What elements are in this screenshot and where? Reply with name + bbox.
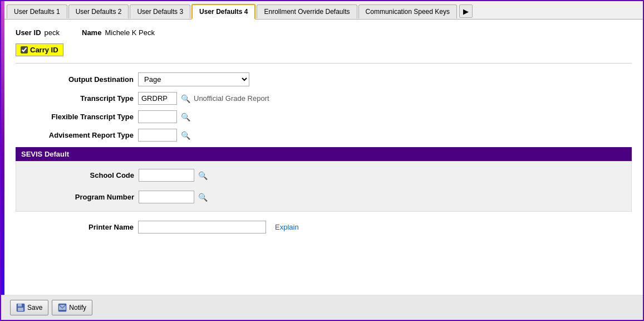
tab-communication-speed-keys[interactable]: Communication Speed Keys [358, 4, 457, 18]
svg-rect-1 [18, 304, 22, 307]
program-number-row: Program Number 🔍 [16, 188, 631, 206]
advisement-report-type-input[interactable] [138, 129, 177, 142]
printer-name-input[interactable] [138, 221, 266, 234]
carry-id-badge: Carry ID [16, 43, 63, 56]
output-destination-label: Output Destination [16, 75, 138, 84]
save-button[interactable]: Save [10, 300, 48, 315]
printer-name-control: Explain [138, 221, 299, 234]
notify-button-label: Notify [69, 304, 86, 312]
user-id-label: User ID [16, 28, 41, 37]
flexible-transcript-type-search-icon[interactable]: 🔍 [180, 112, 190, 122]
tab-user-defaults-1[interactable]: User Defaults 1 [7, 4, 67, 18]
user-id-item: User ID peck [16, 28, 60, 37]
divider [16, 63, 632, 64]
main-content: User ID peck Name Michele K Peck Carry I… [4, 20, 643, 251]
name-value: Michele K Peck [105, 28, 155, 37]
school-code-input[interactable] [139, 169, 194, 182]
flexible-transcript-type-row: Flexible Transcript Type 🔍 [16, 110, 632, 123]
tab-bar: User Defaults 1 User Defaults 2 User Def… [4, 1, 643, 20]
printer-name-row: Printer Name Explain [16, 221, 632, 234]
explain-link[interactable]: Explain [275, 223, 299, 231]
tab-enrollment-override[interactable]: Enrollment Override Defaults [257, 4, 357, 18]
printer-name-label: Printer Name [16, 223, 138, 231]
tab-scroll-arrow[interactable]: ▶ [459, 4, 473, 18]
name-item: Name Michele K Peck [82, 28, 155, 37]
transcript-type-description: Unofficial Grade Report [194, 94, 269, 103]
flexible-transcript-type-control: 🔍 [138, 110, 190, 123]
advisement-report-type-label: Advisement Report Type [16, 131, 138, 139]
flexible-transcript-type-input[interactable] [138, 110, 177, 123]
transcript-type-control: 🔍 Unofficial Grade Report [138, 92, 269, 105]
advisement-report-type-row: Advisement Report Type 🔍 [16, 129, 632, 142]
save-icon [16, 303, 25, 312]
school-code-search-icon[interactable]: 🔍 [198, 171, 208, 181]
advisement-report-type-search-icon[interactable]: 🔍 [180, 130, 190, 140]
arrow-icon: ▶ [463, 7, 469, 16]
tab-user-defaults-2[interactable]: User Defaults 2 [68, 4, 129, 18]
program-number-label: Program Number [16, 193, 139, 201]
transcript-type-label: Transcript Type [16, 94, 138, 103]
output-destination-control: Page Printer File Email [138, 72, 249, 86]
program-number-control: 🔍 [139, 191, 208, 203]
tab-user-defaults-3[interactable]: User Defaults 3 [130, 4, 190, 18]
notify-icon [58, 303, 67, 312]
transcript-type-row: Transcript Type 🔍 Unofficial Grade Repor… [16, 92, 632, 105]
sevis-header: SEVIS Default [16, 147, 632, 161]
output-destination-select[interactable]: Page Printer File Email [138, 72, 249, 86]
left-accent [1, 1, 4, 320]
school-code-row: School Code 🔍 [16, 167, 631, 184]
tab-user-defaults-4[interactable]: User Defaults 4 [191, 4, 255, 20]
program-number-search-icon[interactable]: 🔍 [198, 192, 208, 202]
flexible-transcript-type-label: Flexible Transcript Type [16, 113, 138, 121]
carry-id-label: Carry ID [30, 46, 58, 54]
carry-id-row: Carry ID [16, 43, 632, 56]
notify-button[interactable]: Notify [52, 300, 92, 315]
advisement-report-type-control: 🔍 [138, 129, 190, 142]
transcript-type-search-icon[interactable]: 🔍 [180, 94, 190, 104]
transcript-type-input[interactable] [138, 92, 177, 105]
bottom-bar: Save Notify [1, 295, 643, 320]
school-code-control: 🔍 [139, 169, 208, 182]
sevis-section: SEVIS Default School Code 🔍 Program Numb… [16, 147, 632, 212]
school-code-label: School Code [16, 171, 139, 179]
svg-rect-2 [18, 308, 23, 311]
carry-id-checkbox[interactable] [21, 46, 28, 54]
name-label: Name [82, 28, 101, 37]
save-button-label: Save [27, 304, 42, 312]
user-info-row: User ID peck Name Michele K Peck [16, 28, 632, 37]
user-id-value: peck [45, 28, 60, 37]
output-destination-row: Output Destination Page Printer File Ema… [16, 72, 632, 86]
sevis-body: School Code 🔍 Program Number 🔍 [16, 161, 632, 212]
program-number-input[interactable] [139, 191, 194, 203]
